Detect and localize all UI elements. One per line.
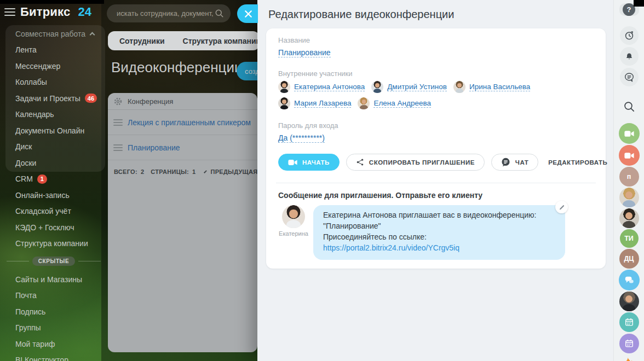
calendar-purple-button[interactable] [619,334,639,353]
video-call-green-button[interactable] [619,123,640,144]
clock-icon [624,30,635,41]
participant: Ирина Васильева [453,81,530,93]
avatar-photo[interactable] [619,208,639,228]
participant-link[interactable]: Мария Лазарева [294,99,351,108]
start-conference-button[interactable]: НАЧАТЬ [278,154,340,171]
edit-message-button[interactable] [555,201,568,213]
invite-line-3: Присоединяйтесь по ссылке: https://porta… [323,232,555,254]
panel-close-button[interactable] [237,4,258,23]
fire-button[interactable] [620,355,638,361]
name-value-link[interactable]: Планирование [278,48,331,57]
close-icon [245,10,252,18]
notifications-button[interactable] [620,47,639,66]
sidebar-item-calendar[interactable]: Календарь [15,107,106,123]
participant-link[interactable]: Ирина Васильева [469,83,530,91]
calendar-icon [624,317,635,328]
video-camera-icon [288,159,297,166]
avatar-letter-p[interactable]: п [619,167,639,187]
page-title: Видеоконференции [111,59,243,76]
screen-artifact [0,0,104,4]
name-label: Название [278,36,594,44]
video-camera-icon [624,152,634,159]
participant-link[interactable]: Дмитрий Устинов [387,83,447,91]
chat-button[interactable]: ЧАТ [491,154,538,171]
grid-column-header[interactable]: Конференция [128,97,173,106]
sidebar-item-tasks[interactable]: Задачи и Проекты46 [15,90,106,107]
edit-button[interactable]: РЕДАКТИРОВАТЬ [545,154,611,171]
screen-artifact [634,0,644,7]
timeman-button[interactable] [620,26,639,45]
drag-handle-icon[interactable] [113,144,123,151]
password-label: Пароль для входа [278,121,594,130]
pencil-icon [559,204,565,211]
global-search[interactable] [107,4,231,22]
sidebar-item-boards[interactable]: Доски [15,155,106,171]
conference-url-link[interactable]: https://portal2.bitrix24.ru/video/YCrgv5… [323,243,459,252]
participant: Екатерина Антонова [278,81,365,93]
sidebar-item-docs-online[interactable]: Документы Онлайн [15,123,106,139]
grid-row-2[interactable]: Планирование [108,135,257,160]
invite-message-row: Екатерина Екатерина Антонова приглашает … [278,205,594,260]
avatar-letters-dc[interactable]: ДЦ [619,249,639,269]
logo-24: 24 [78,5,91,19]
search-icon [623,100,636,113]
messenger-button[interactable] [620,68,639,86]
sidebar-item-crm[interactable]: CRM1 [15,171,106,188]
avatar-photo[interactable] [619,188,639,207]
sidebar-item-kedo[interactable]: КЭДО + Госключ [15,219,106,236]
hidden-pill[interactable]: СКРЫТЫЕ [32,257,76,266]
sidebar: Битрикс 24 Совместная работа Лента Мессе… [0,0,108,361]
conference-link[interactable]: Лекция с приглашенным спикером [128,118,251,127]
participant-link[interactable]: Елена Андреева [373,99,431,108]
sidebar-item-company-structure[interactable]: Структура компании [15,236,106,252]
sidebar-item-my-plan[interactable]: Мой тариф [15,336,106,352]
panel-title: Редактирование видеоконференции [268,8,454,21]
avatar-letters-ti[interactable]: ТИ [620,229,639,248]
share-icon [356,158,364,166]
conference-link[interactable]: Планирование [128,143,180,152]
sender-avatar [282,205,305,228]
invite-line-1: Екатерина Антонова приглашает вас в виде… [323,210,555,221]
password-value-link[interactable]: Да (**********) [278,133,325,143]
sidebar-item-lenta[interactable]: Лента [15,42,106,59]
hamburger-menu-icon[interactable] [4,8,15,16]
avatar [358,97,370,109]
sidebar-item-sign[interactable]: Подпись [15,304,106,320]
app-window: Битрикс 24 Совместная работа Лента Мессе… [0,0,644,361]
avatar [453,81,465,93]
grid-header-row: Конференция [108,93,257,110]
rail-search-button[interactable] [623,100,636,115]
invite-line-2: "Планирование" [323,221,555,232]
avatar-photo[interactable] [619,292,639,311]
sidebar-item-groups[interactable]: Группы [15,320,106,336]
prev-page-button[interactable]: ПРЕДЫДУЩАЯ [211,168,258,175]
avatar [278,81,290,93]
search-input[interactable] [116,9,215,18]
sidebar-item-messenger[interactable]: Мессенджер [15,58,106,74]
copy-invitation-button[interactable]: СКОПИРОВАТЬ ПРИГЛАШЕНИЕ [346,154,485,171]
participant-link[interactable]: Екатерина Антонова [294,83,365,91]
sidebar-menu: Совместная работа Лента Мессенджер Колла… [15,26,106,361]
sidebar-item-disk[interactable]: Диск [15,139,106,155]
sidebar-item-collabs[interactable]: Коллабы [15,74,106,91]
participants-label: Внутренние участники [278,69,594,78]
drag-handle-icon[interactable] [113,119,123,126]
chevron-left-icon [204,170,207,173]
grid-settings-gear-icon[interactable] [113,97,123,106]
grid-row-1[interactable]: Лекция с приглашенным спикером [108,110,257,135]
sender-caption: Екатерина [279,230,308,237]
tab-company-structure[interactable]: Структура компании [183,37,261,45]
tab-employees[interactable]: Сотрудники [119,37,165,45]
sidebar-item-bi-constructor[interactable]: BI Конструктор [15,352,106,361]
edit-conference-panel: Редактирование видеоконференции Название… [257,0,613,361]
video-call-red-button[interactable] [619,145,640,166]
chat-app-button[interactable] [619,270,640,290]
sidebar-group-title[interactable]: Совместная работа [15,26,106,42]
logo-text[interactable]: Битрикс [20,5,70,19]
sidebar-item-mail[interactable]: Почта [15,288,106,304]
calendar-teal-button[interactable] [619,312,639,332]
invite-message-bubble: Екатерина Антонова приглашает вас в виде… [313,205,565,260]
sidebar-item-sites[interactable]: Сайты и Магазины [15,271,106,288]
sidebar-item-inventory[interactable]: Складской учёт [15,203,106,220]
sidebar-item-online-booking[interactable]: Онлайн-запись [15,187,106,203]
